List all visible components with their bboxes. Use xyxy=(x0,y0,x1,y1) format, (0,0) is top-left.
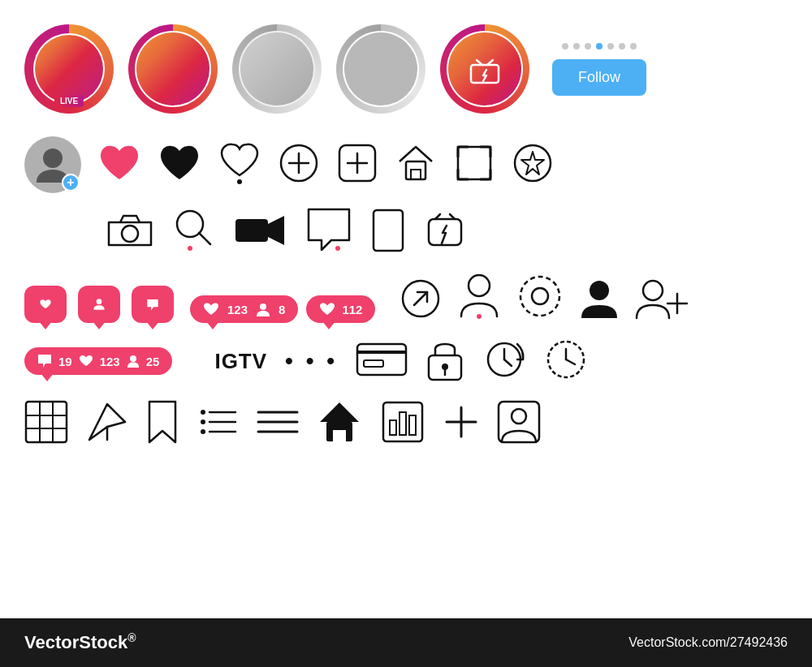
person-dot-svg xyxy=(458,271,500,320)
svg-point-29 xyxy=(260,303,266,310)
watermark-bar: VectorStock® VectorStock.com/27492436 xyxy=(0,618,812,667)
svg-point-33 xyxy=(477,314,482,319)
svg-point-79 xyxy=(512,409,526,424)
home-outline-icon xyxy=(395,142,437,187)
search-svg xyxy=(172,206,214,255)
person-solid-icon xyxy=(580,278,619,323)
notif-person-small xyxy=(78,286,120,323)
notif-comment-small xyxy=(132,286,174,323)
plus-standalone-svg xyxy=(443,404,479,440)
igtv-small-svg xyxy=(424,209,466,252)
dot-6 xyxy=(619,43,625,49)
igtv-small-icon xyxy=(424,209,466,255)
video-camera-svg xyxy=(232,209,287,252)
svg-point-3 xyxy=(43,148,63,168)
icons-row-1: + xyxy=(24,136,788,193)
resize-svg xyxy=(453,142,495,184)
notif-person-icon xyxy=(93,295,106,314)
send-svg xyxy=(86,401,128,443)
clock-refresh-svg xyxy=(482,338,526,381)
video-camera-icon xyxy=(232,209,287,255)
arrow-circle-svg xyxy=(400,278,442,320)
notif-row-small xyxy=(24,286,174,323)
count-8-label: 8 xyxy=(279,303,285,316)
count-123-label: 123 xyxy=(227,303,248,316)
heart-outline-icon xyxy=(218,140,261,189)
clock-dots-icon xyxy=(544,338,588,385)
dot-4-active xyxy=(596,43,603,49)
profile-frame-svg xyxy=(497,400,541,444)
svg-point-5 xyxy=(237,179,242,184)
dot-7 xyxy=(630,43,637,49)
svg-point-32 xyxy=(469,275,490,296)
svg-line-49 xyxy=(504,359,512,366)
avatar-plus-button[interactable]: + xyxy=(62,174,80,191)
heart-pink-icon xyxy=(97,143,141,187)
igtv-text: IGTV xyxy=(214,349,267,373)
svg-point-35 xyxy=(520,277,559,316)
count-25-label: 25 xyxy=(146,355,160,368)
chat-bubble-icon xyxy=(305,206,352,258)
svg-marker-22 xyxy=(268,216,284,245)
count-bubble-row2: 19 123 25 xyxy=(24,347,172,375)
story-circle-gray-gradient[interactable] xyxy=(232,24,322,114)
icons-row-4: 19 123 25 IGTV • • • xyxy=(24,336,788,386)
home-outline-svg xyxy=(395,142,437,184)
svg-marker-69 xyxy=(320,402,359,422)
credit-card-svg xyxy=(356,341,408,378)
avatar-with-plus[interactable]: + xyxy=(24,136,81,193)
svg-point-34 xyxy=(532,288,548,304)
dot-5 xyxy=(607,43,614,49)
count-bubble-heart-person: 123 8 xyxy=(190,295,298,323)
three-dots-icon: • • • xyxy=(285,348,338,374)
count-row-1: 123 8 112 xyxy=(190,295,375,323)
svg-point-15 xyxy=(515,145,551,181)
heart-black-svg xyxy=(158,143,201,183)
follow-button[interactable]: Follow xyxy=(552,59,646,96)
camera-icon xyxy=(106,209,154,255)
svg-rect-13 xyxy=(411,170,421,179)
svg-point-20 xyxy=(188,246,192,251)
svg-rect-43 xyxy=(364,360,383,367)
plus-circle-svg xyxy=(278,142,320,184)
live-badge: LIVE xyxy=(54,95,84,107)
grid-nine-svg xyxy=(24,400,68,444)
story-circle-solid-gray[interactable] xyxy=(336,24,425,114)
notif-heart-icon xyxy=(39,295,52,313)
bar-chart-icon xyxy=(380,399,425,448)
tablet-icon xyxy=(370,207,406,257)
star-circle-icon xyxy=(512,142,554,187)
icons-section: + xyxy=(24,136,788,448)
heart-pink-svg xyxy=(97,143,141,183)
arrow-circle-icon xyxy=(400,278,442,323)
person-dot-icon xyxy=(458,271,500,323)
story-circle-gradient1[interactable] xyxy=(128,24,218,114)
search-icon xyxy=(172,206,214,258)
svg-rect-73 xyxy=(390,420,396,435)
notif-heart-small xyxy=(24,286,67,323)
clock-dots-svg xyxy=(544,338,588,381)
notif-comment-icon xyxy=(146,295,159,313)
add-person-icon xyxy=(635,278,689,323)
count-bubbles-col: 123 8 112 xyxy=(190,295,375,323)
vectorstock-url: VectorStock.com/27492436 xyxy=(628,635,788,650)
gear-circle-icon xyxy=(516,273,564,323)
home-filled-icon xyxy=(317,399,362,448)
svg-rect-53 xyxy=(26,402,67,442)
count-112-label: 112 xyxy=(342,303,362,316)
add-person-svg xyxy=(635,278,689,320)
dot-1 xyxy=(562,43,568,49)
dot-2 xyxy=(573,43,580,49)
svg-point-23 xyxy=(335,246,340,251)
icons-row-5 xyxy=(24,399,788,448)
star-circle-svg xyxy=(512,142,554,184)
svg-rect-74 xyxy=(400,412,406,435)
bookmark-icon xyxy=(146,400,179,447)
count-heart-icon-1 xyxy=(203,302,219,316)
story-circle-live[interactable]: LIVE xyxy=(24,24,114,114)
story-circle-igtv[interactable] xyxy=(440,24,529,114)
hamburger-menu-icon xyxy=(257,406,299,441)
svg-point-64 xyxy=(201,429,205,434)
svg-rect-21 xyxy=(235,219,268,242)
grid-plus-icon xyxy=(336,142,378,187)
